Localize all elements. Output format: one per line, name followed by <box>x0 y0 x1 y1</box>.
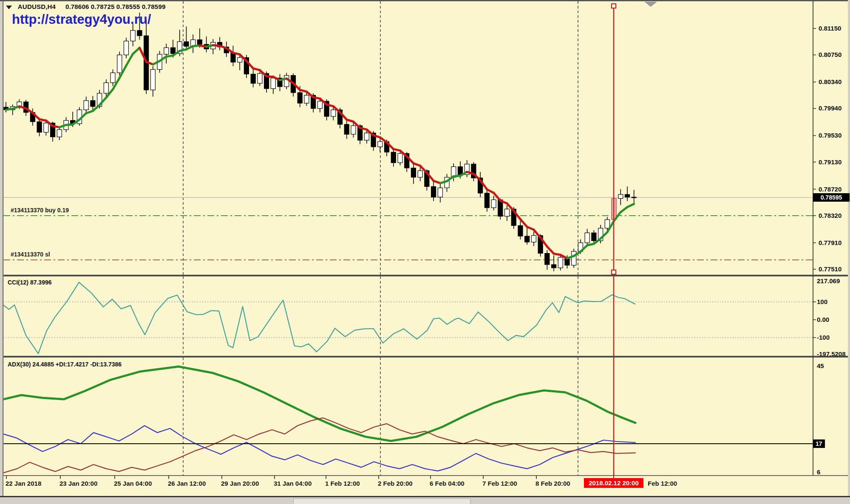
price-tick-label: 0.80340 <box>819 78 842 85</box>
order-buy-label: #134113370 buy 0.19 <box>11 207 69 214</box>
candles-layer <box>4 13 637 271</box>
time-label: 8 Feb 20:00 <box>536 480 570 487</box>
symbol-title: AUDUSD,H4 0.78606 0.78725 0.78555 0.7859… <box>6 3 165 10</box>
chevron-down-icon[interactable] <box>6 6 12 9</box>
adx-indicator-label: ADX(30) 24.4885 +DI:17.4217 -DI:13.7386 <box>8 361 122 368</box>
time-axis[interactable]: 2018.02.12 20:00 Feb 12:00 22 Jan 201823… <box>0 476 848 496</box>
time-label: 31 Jan 04:00 <box>274 480 312 487</box>
vline-handle[interactable] <box>612 270 616 274</box>
price-tick-label: 0.79940 <box>819 104 842 112</box>
plus-di-line <box>3 425 635 471</box>
time-label: 2 Feb 20:00 <box>378 480 413 487</box>
ma-line <box>6 45 634 259</box>
price-tick-label: 0.79530 <box>819 132 842 139</box>
order-sl-label: #134113370 sl <box>11 251 50 258</box>
time-label: 7 Feb 12:00 <box>482 480 517 487</box>
bid-price-tag: 0.78595 <box>813 193 850 202</box>
mt4-chart-window: 0.811500.807500.803400.799400.795300.791… <box>0 0 850 504</box>
price-tick-label: 0.81150 <box>819 25 841 32</box>
price-tick-label: 0.79130 <box>819 158 842 166</box>
time-label: Feb 12:00 <box>648 480 677 487</box>
adx-tick-label: 45 <box>817 362 824 369</box>
cci-indicator-label: CCI(12) 87.3996 <box>8 279 52 286</box>
symbol-timeframe-label: AUDUSD,H4 <box>18 3 56 10</box>
window-frame-right <box>848 0 850 504</box>
time-label: 23 Jan 20:00 <box>60 480 97 487</box>
chart-canvas[interactable]: 0.811500.807500.803400.799400.795300.791… <box>0 0 850 504</box>
minus-di-line <box>3 418 635 473</box>
time-label: 1 Feb 12:00 <box>325 480 360 487</box>
time-label: 22 Jan 2018 <box>6 480 41 487</box>
adx-tick-label: 6 <box>817 468 820 476</box>
cci-tick-label: -100 <box>817 334 830 341</box>
cci-line <box>3 282 635 354</box>
window-frame-left <box>0 0 3 504</box>
adx-line <box>3 366 635 441</box>
cci-tick-label: 217.069 <box>817 277 840 284</box>
time-label: 26 Jan 12:00 <box>168 480 206 487</box>
ohlc-values: 0.78606 0.78725 0.78555 0.78599 <box>65 3 166 10</box>
panel-separator[interactable] <box>0 356 850 358</box>
price-tick-label: 0.78320 <box>819 212 842 219</box>
selected-date-badge: 2018.02.12 20:00 <box>584 478 643 488</box>
cci-tick-label: 100 <box>817 298 827 305</box>
vline-handle[interactable] <box>612 4 616 8</box>
status-strip-segment <box>293 498 470 504</box>
price-tick-label: 0.78720 <box>819 186 842 193</box>
chart-shift-icon[interactable] <box>644 2 657 7</box>
price-tick-label: 0.77910 <box>819 239 842 246</box>
price-tick-label: 0.80750 <box>819 51 842 58</box>
time-label: 25 Jan 04:00 <box>114 480 152 487</box>
adx-level-tag: 17 <box>813 439 825 448</box>
panel-separator[interactable] <box>0 275 850 276</box>
cci-tick-label: -197.5208 <box>817 350 846 358</box>
window-frame-top <box>0 0 850 1</box>
cci-tick-label: 0.00 <box>817 316 829 323</box>
time-label: 6 Feb 04:00 <box>430 480 465 487</box>
watermark-url: http://strategy4you.ru/ <box>12 12 151 27</box>
price-tick-label: 0.77510 <box>819 265 842 273</box>
time-label: 29 Jan 20:00 <box>221 480 259 487</box>
